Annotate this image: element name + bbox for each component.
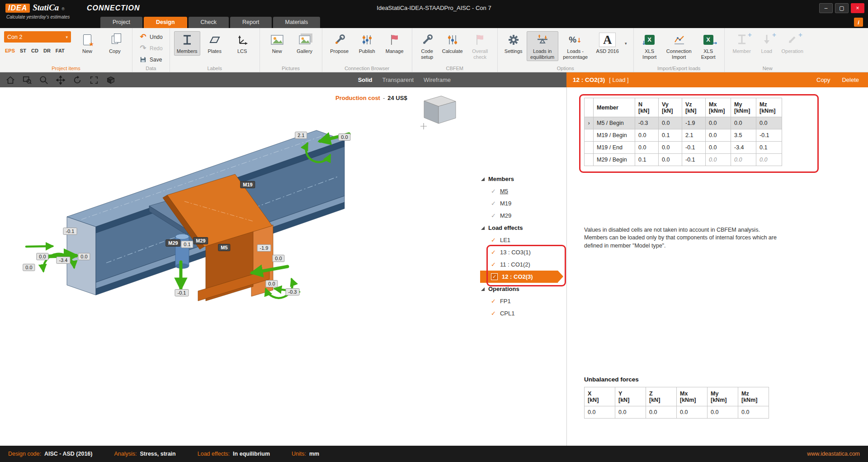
force-value-cell[interactable]: 0.0	[706, 129, 731, 142]
view-mode-wireframe[interactable]: Wireframe	[424, 76, 451, 83]
collapse-arrow-icon[interactable]	[481, 226, 485, 230]
xls-export-button[interactable]: X→ XLS Export	[697, 31, 720, 61]
view-mode-solid[interactable]: Solid	[358, 76, 373, 83]
undo-button[interactable]: ↶Undo	[137, 32, 165, 42]
forces-row-m19-begin[interactable]: M19 / Begin0.00.12.10.03.5-0.1	[585, 129, 782, 142]
force-value-cell[interactable]: -0.1	[682, 142, 706, 154]
settings-button[interactable]: Settings	[502, 31, 525, 56]
new-project-item-button[interactable]: ★ New	[74, 31, 100, 56]
tree-item-11-co1-2[interactable]: ✓11 : CO1(2)	[480, 258, 558, 271]
tree-section-members[interactable]: Members	[480, 173, 566, 185]
tab-project[interactable]: Project	[100, 17, 142, 28]
forces-row-m19-end[interactable]: M19 / End0.00.0-0.10.0-3.40.1	[585, 142, 782, 154]
zoom-extents-icon[interactable]	[89, 75, 99, 85]
website-link[interactable]: www.ideastatica.com	[807, 451, 860, 457]
new-load-button[interactable]: + Load	[756, 31, 777, 56]
row-selector-cell[interactable]	[585, 142, 594, 154]
new-picture-button[interactable]: New	[264, 31, 290, 56]
collapse-arrow-icon[interactable]	[481, 177, 485, 181]
tree-section-operations[interactable]: Operations	[480, 283, 566, 295]
forces-row-m5-begin[interactable]: ›M5 / Begin-0.30.0-1.90.00.00.0	[585, 117, 782, 129]
flag-st[interactable]: ST	[20, 48, 26, 53]
code-setup-button[interactable]: Code setup	[416, 31, 438, 61]
tree-section-load-effects[interactable]: Load effects	[480, 222, 566, 234]
force-value-cell[interactable]: 0.0	[706, 117, 731, 129]
copy-load-button[interactable]: Copy	[816, 76, 830, 83]
force-value-cell[interactable]: 0.0	[731, 117, 756, 129]
checkbox-icon[interactable]: ✓	[491, 200, 496, 206]
minimize-button[interactable]: –	[819, 3, 833, 13]
calculate-button[interactable]: Calculate	[439, 31, 466, 56]
tree-item-m29[interactable]: ✓M29	[480, 210, 558, 222]
tree-item-12-co2-3[interactable]: ✓12 : CO2(3)	[480, 271, 558, 283]
3d-viewport[interactable]: Production cost - 24 US$ M19M29M29M52.10…	[0, 87, 566, 446]
force-value-cell[interactable]: 0.0	[635, 129, 659, 142]
delete-load-button[interactable]: Delete	[842, 76, 859, 83]
force-value-cell[interactable]: -0.1	[756, 129, 782, 142]
design-code-split-button[interactable]: A ASD 2016 ▾	[593, 31, 629, 56]
connection-selector[interactable]: Con 2 ▾	[4, 31, 71, 43]
force-value-cell[interactable]: 0.1	[635, 154, 659, 166]
flag-fat[interactable]: FAT	[56, 48, 65, 53]
tree-item-cpl1[interactable]: ✓CPL1	[480, 307, 558, 319]
chevron-down-icon[interactable]: ▾	[623, 31, 629, 56]
perspective-cube-icon[interactable]	[106, 75, 116, 85]
tab-materials[interactable]: Materials	[273, 17, 321, 28]
force-value-cell[interactable]: -0.1	[682, 154, 706, 166]
checkbox-icon[interactable]: ✓	[491, 310, 496, 316]
manage-button[interactable]: Manage	[382, 31, 408, 56]
loads-in-equilibrium-button[interactable]: Loads in equilibrium	[527, 31, 558, 61]
force-value-cell[interactable]: 3.5	[731, 129, 756, 142]
close-button[interactable]: ×	[851, 3, 864, 13]
plates-labels-button[interactable]: Plates	[202, 31, 228, 56]
pan-icon[interactable]	[56, 75, 66, 85]
flag-dr[interactable]: DR	[43, 48, 51, 53]
force-value-cell[interactable]: 0.0	[635, 142, 659, 154]
checkbox-icon[interactable]: ✓	[491, 298, 496, 304]
checkbox-icon[interactable]: ✓	[491, 249, 496, 255]
force-value-cell[interactable]: 0.0	[659, 117, 682, 129]
force-value-cell[interactable]: 2.1	[682, 129, 706, 142]
refresh-icon[interactable]	[72, 75, 82, 85]
home-view-icon[interactable]	[5, 75, 15, 85]
view-mode-transparent[interactable]: Transparent	[382, 76, 414, 83]
row-selector-cell[interactable]	[585, 154, 594, 166]
force-value-cell[interactable]: 0.1	[659, 129, 682, 142]
tree-item-le1[interactable]: ✓LE1	[480, 234, 558, 246]
tab-check[interactable]: Check	[189, 17, 229, 28]
checkbox-icon[interactable]: ✓	[491, 273, 498, 280]
members-labels-button[interactable]: Members	[174, 31, 200, 56]
force-value-cell[interactable]: -3.4	[731, 142, 756, 154]
force-value-cell[interactable]: -0.3	[635, 117, 659, 129]
maximize-button[interactable]: ▢	[835, 3, 849, 13]
redo-button[interactable]: ↷Redo	[137, 43, 165, 53]
row-selector-cell[interactable]	[585, 129, 594, 142]
checkbox-icon[interactable]: ✓	[491, 237, 496, 243]
force-value-cell[interactable]: -1.9	[682, 117, 706, 129]
tab-report[interactable]: Report	[230, 17, 272, 28]
force-value-cell[interactable]: 0.0	[731, 154, 756, 166]
force-value-cell[interactable]: 0.0	[756, 117, 782, 129]
tab-design[interactable]: Design	[144, 17, 187, 28]
tree-item-m5[interactable]: ✓M5	[480, 185, 558, 197]
loads-percentage-button[interactable]: %↓ Loads - percentage	[560, 31, 591, 61]
flag-cd[interactable]: CD	[31, 48, 38, 53]
navigation-cube[interactable]	[420, 96, 456, 129]
checkbox-icon[interactable]: ✓	[491, 213, 496, 219]
lcs-labels-button[interactable]: LCS	[229, 31, 255, 56]
force-value-cell[interactable]: 0.0	[706, 142, 731, 154]
tree-item-13-co3-1[interactable]: ✓13 : CO3(1)	[480, 246, 558, 258]
tree-item-fp1[interactable]: ✓FP1	[480, 295, 558, 307]
tree-item-m19[interactable]: ✓M19	[480, 197, 558, 210]
xls-import-button[interactable]: X↓ XLS Import	[638, 31, 661, 61]
propose-button[interactable]: Propose	[326, 31, 353, 56]
force-value-cell[interactable]: 0.0	[756, 154, 782, 166]
forces-row-m29-begin[interactable]: M29 / Begin0.10.0-0.10.00.00.0	[585, 154, 782, 166]
connection-import-button[interactable]: Connection Import	[663, 31, 695, 61]
force-value-cell[interactable]: 0.1	[756, 142, 782, 154]
checkbox-icon[interactable]: ✓	[491, 188, 496, 194]
zoom-window-icon[interactable]	[22, 75, 32, 85]
publish-button[interactable]: Publish	[354, 31, 380, 56]
checkbox-icon[interactable]: ✓	[491, 262, 496, 267]
new-member-button[interactable]: + Member	[729, 31, 755, 56]
